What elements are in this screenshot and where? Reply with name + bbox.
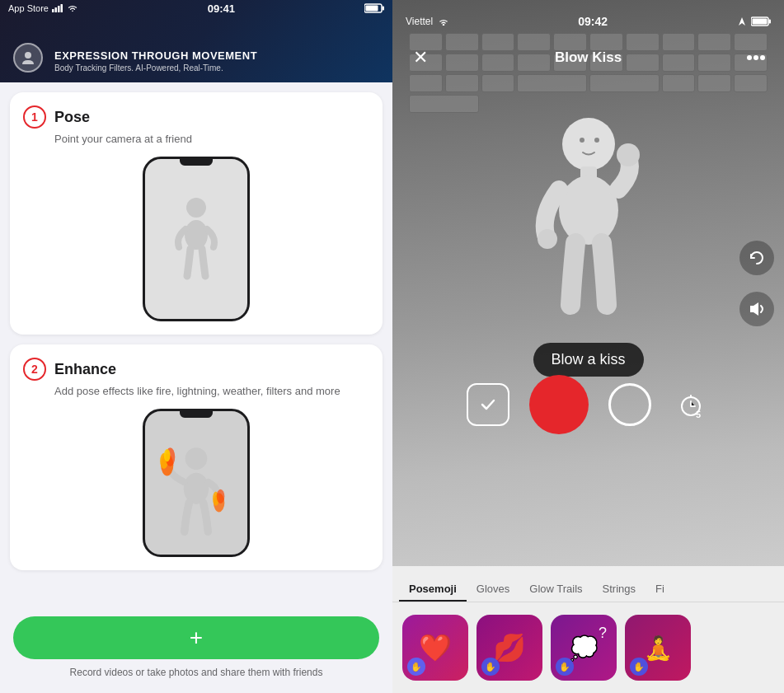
- step-1-desc: Point your camera at a friend: [54, 132, 369, 147]
- left-content: 1 Pose Point your camera at a friend: [0, 82, 392, 610]
- step-1-card: 1 Pose Point your camera at a friend: [10, 92, 383, 335]
- svg-rect-2: [58, 6, 60, 12]
- bottom-bar: + Record videos or take photos and share…: [0, 610, 392, 693]
- status-bar-left: App Store 09:41: [0, 0, 392, 16]
- filter-emoji-3: 💭: [570, 634, 599, 662]
- menu-dots-icon: [746, 54, 766, 61]
- tab-posemoji[interactable]: Posemoji: [399, 576, 467, 602]
- right-side-controls: [739, 241, 774, 326]
- step-2-desc: Add pose effects like fire, lightning, w…: [54, 384, 369, 399]
- avatar-icon: [20, 49, 36, 66]
- svg-point-10: [185, 448, 208, 471]
- right-carrier: Viettel: [406, 16, 433, 27]
- filter-item-inner-4: 🧘 ✋: [625, 615, 691, 681]
- svg-point-8: [186, 198, 206, 218]
- signal-icon: [52, 4, 63, 12]
- rotate-icon: [748, 249, 766, 267]
- svg-rect-31: [768, 20, 771, 24]
- bottom-camera-controls: 5: [392, 375, 784, 434]
- filter-title: Blow Kiss: [555, 49, 622, 66]
- svg-rect-6: [365, 6, 378, 12]
- step-2-header: 2 Enhance: [23, 358, 369, 381]
- filter-item-lips[interactable]: 💋 ✋: [477, 615, 542, 681]
- svg-point-35: [760, 55, 765, 60]
- left-header: App Store 09:41: [0, 0, 392, 82]
- step-1-image-container: [23, 157, 369, 321]
- hand-icon-1: ✋: [411, 662, 422, 672]
- svg-rect-1: [54, 7, 57, 12]
- svg-point-19: [562, 118, 615, 171]
- close-button[interactable]: ✕: [406, 43, 435, 73]
- step-1-title: Pose: [54, 109, 90, 126]
- wifi-icon-right: [438, 17, 449, 26]
- filter-tabs: Posemoji Gloves Glow Trails Strings Fi: [392, 566, 784, 602]
- svg-point-34: [753, 55, 758, 60]
- tab-strings[interactable]: Strings: [593, 576, 646, 602]
- tab-glow-trails[interactable]: Glow Trails: [519, 576, 592, 602]
- right-battery-area: [736, 16, 771, 27]
- status-bar-right: Viettel 09:42: [392, 0, 784, 36]
- svg-point-25: [594, 138, 599, 143]
- figure-standing-svg: [167, 190, 225, 288]
- svg-text:5: 5: [696, 410, 701, 418]
- filter-item-inner-3: 💭 ? ✋: [551, 615, 617, 681]
- left-panel: App Store 09:41: [0, 0, 392, 693]
- blow-kiss-svg: [506, 99, 671, 330]
- tab-gloves[interactable]: Gloves: [467, 576, 519, 602]
- add-button[interactable]: +: [13, 616, 379, 659]
- step-1-header: 1 Pose: [23, 105, 369, 129]
- svg-marker-26: [750, 302, 758, 316]
- svg-point-22: [617, 143, 640, 166]
- filter-item-heart[interactable]: ❤️ ✋: [402, 615, 468, 681]
- svg-point-33: [747, 55, 752, 60]
- key-option: [409, 95, 479, 113]
- svg-rect-5: [382, 7, 384, 11]
- sound-button[interactable]: [739, 292, 774, 326]
- hand-icon-3: ✋: [559, 662, 570, 672]
- record-button[interactable]: [529, 375, 589, 434]
- step-1-phone-mockup: [143, 157, 250, 321]
- photo-button[interactable]: [608, 383, 651, 426]
- rotate-camera-button[interactable]: [739, 241, 774, 275]
- step-1-number: 1: [23, 105, 46, 129]
- svg-point-29: [443, 24, 445, 26]
- svg-point-9: [185, 220, 208, 250]
- camera-view: Blow a kiss: [392, 0, 784, 566]
- hand-badge-3: ✋: [556, 658, 574, 676]
- figure-fire-svg: [145, 414, 247, 555]
- header-subtitle: Body Tracking Filters. AI-Powered, Real-…: [54, 63, 379, 73]
- right-status-left: Viettel: [406, 16, 449, 27]
- app-store-label: App Store: [8, 3, 49, 13]
- filter-grid: ❤️ ✋ 💋 ✋ 💭 ? ✋: [392, 602, 784, 693]
- hand-icon-4: ✋: [633, 662, 645, 672]
- header-text: EXPRESSION THROUGH MOVEMENT Body Trackin…: [13, 49, 379, 73]
- blow-kiss-figure: [506, 99, 671, 330]
- menu-button[interactable]: [741, 43, 771, 73]
- timer-icon: 5: [678, 391, 704, 418]
- timer-button[interactable]: 5: [671, 385, 711, 424]
- step-2-number: 2: [23, 358, 46, 381]
- svg-rect-0: [52, 9, 54, 12]
- step-2-card: 2 Enhance Add pose effects like fire, li…: [10, 344, 383, 570]
- hand-badge-1: ✋: [407, 658, 425, 676]
- filter-item-inner-1: ❤️ ✋: [402, 615, 468, 681]
- right-time: 09:42: [578, 15, 608, 28]
- filter-emoji-1: ❤️: [419, 632, 452, 663]
- battery-icon-left: [364, 3, 384, 13]
- svg-point-18: [217, 489, 225, 503]
- battery-icon-right: [751, 16, 771, 26]
- filter-item-thought[interactable]: 💭 ? ✋: [551, 615, 617, 681]
- check-icon: [479, 396, 497, 414]
- check-button[interactable]: [467, 383, 509, 426]
- wifi-icon-left: [67, 4, 78, 12]
- svg-point-15: [164, 449, 171, 461]
- left-status-info: App Store: [8, 3, 78, 13]
- svg-point-24: [580, 138, 584, 143]
- svg-point-23: [538, 229, 557, 249]
- tab-more[interactable]: Fi: [646, 576, 674, 602]
- right-panel: Blow a kiss: [392, 0, 784, 693]
- filter-emoji-2: 💋: [493, 632, 526, 663]
- step-2-title: Enhance: [54, 361, 116, 378]
- user-avatar[interactable]: [13, 43, 43, 73]
- filter-item-stars[interactable]: 🧘 ✋: [625, 615, 691, 681]
